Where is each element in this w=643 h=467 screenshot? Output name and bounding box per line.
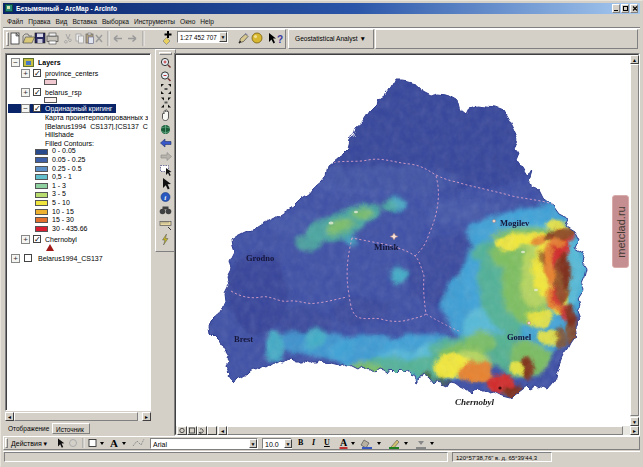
svg-text:A: A bbox=[110, 437, 118, 449]
svg-text:Grodno: Grodno bbox=[246, 253, 274, 263]
svg-text:Chernobyl: Chernobyl bbox=[455, 397, 495, 407]
svg-text:A: A bbox=[340, 437, 348, 448]
svg-text:i: i bbox=[164, 194, 166, 202]
svg-text:?: ? bbox=[277, 34, 283, 45]
svg-text:Gomel: Gomel bbox=[507, 332, 532, 342]
svg-text:Mogilev: Mogilev bbox=[500, 218, 530, 228]
svg-text:Minsk: Minsk bbox=[374, 242, 399, 252]
svg-text:Brest: Brest bbox=[234, 334, 253, 344]
